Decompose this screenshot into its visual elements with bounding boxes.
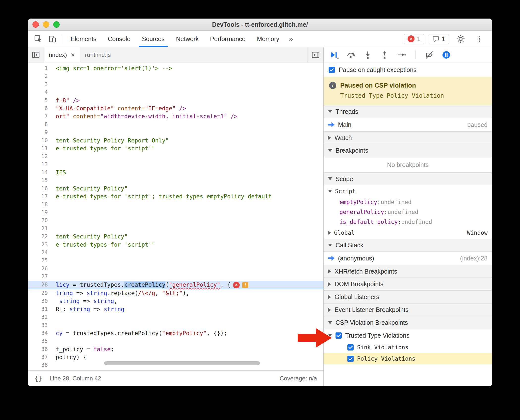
section-header-threads[interactable]: Threads [324, 105, 492, 118]
error-icon[interactable]: × [233, 282, 240, 288]
section-header-event-listener-breakpoints[interactable]: Event Listener Breakpoints [324, 303, 492, 316]
scope-variable[interactable]: is_default_policy: undefined [324, 217, 492, 227]
close-window-button[interactable] [32, 21, 39, 28]
checkbox-trusted-type-violations[interactable] [336, 332, 342, 339]
close-tab-icon[interactable]: × [71, 52, 75, 58]
minimize-window-button[interactable] [43, 21, 49, 28]
line-number[interactable]: 9 [28, 128, 53, 136]
breakpoint-row-sink-violations[interactable]: Sink Violations [324, 342, 492, 353]
section-header-xhr-fetch-breakpoints[interactable]: XHR/fetch Breakpoints [324, 265, 492, 278]
code-token: tent-Security-Policy" [56, 233, 128, 240]
line-number[interactable]: 37 [28, 353, 53, 361]
line-number[interactable]: 10 [28, 137, 53, 144]
checkbox-sink-violations[interactable] [347, 344, 354, 350]
panel-tab-console[interactable]: Console [102, 31, 136, 47]
line-number[interactable]: 16 [28, 185, 53, 192]
line-number[interactable]: 19 [28, 209, 53, 216]
thread-row-main[interactable]: Mainpaused [324, 118, 492, 131]
line-number[interactable]: 20 [28, 216, 53, 224]
panel-tab-more[interactable]: » [285, 31, 297, 47]
scope-variable[interactable]: generalPolicy: undefined [324, 207, 492, 217]
error-badge[interactable]: × 1 [404, 34, 424, 44]
traffic-lights [32, 19, 60, 30]
section-header-global-listeners[interactable]: Global Listeners [324, 291, 492, 303]
section-header-scope[interactable]: Scope [324, 172, 492, 185]
pretty-print-button[interactable]: {} [34, 375, 42, 382]
section-header-dom-breakpoints[interactable]: DOM Breakpoints [324, 278, 492, 291]
line-number[interactable]: 26 [28, 265, 53, 273]
resume-button[interactable] [329, 49, 339, 60]
warning-icon[interactable]: ! [242, 282, 248, 288]
line-number[interactable]: 21 [28, 225, 53, 233]
step-button[interactable] [396, 49, 407, 60]
line-number[interactable]: 30 [28, 297, 53, 305]
section-header-breakpoints[interactable]: Breakpoints [324, 144, 492, 157]
device-toolbar-icon[interactable] [45, 32, 60, 46]
panel-tab-memory[interactable]: Memory [251, 31, 285, 47]
pause-on-caught-checkbox[interactable] [329, 67, 335, 73]
file-tab-runtime-js[interactable]: runtime.js [80, 47, 116, 63]
code-line: 37policy) { [28, 353, 323, 361]
line-number[interactable]: 12 [28, 152, 53, 160]
line-number[interactable]: 29 [28, 289, 53, 297]
scope-group-script[interactable]: Script [324, 185, 492, 197]
line-number[interactable]: 6 [28, 104, 53, 112]
step-into-button[interactable] [362, 49, 373, 60]
line-number[interactable]: 24 [28, 249, 53, 257]
panel-tab-performance[interactable]: Performance [204, 31, 251, 47]
breakpoint-row-policy-violations[interactable]: Policy Violations [324, 353, 492, 364]
code-token: content= [73, 113, 100, 119]
code-line-text [53, 249, 323, 257]
editor-pane-toggle-icon[interactable] [308, 47, 323, 63]
line-number[interactable]: 14 [28, 168, 53, 176]
line-number[interactable]: 27 [28, 273, 53, 280]
line-number[interactable]: 23 [28, 241, 53, 249]
line-number[interactable]: 28 [28, 281, 53, 289]
line-number[interactable]: 25 [28, 257, 53, 264]
step-out-button[interactable] [379, 49, 390, 60]
line-number[interactable]: 2 [28, 72, 53, 80]
line-number[interactable]: 38 [28, 361, 53, 369]
code-editor[interactable]: 1<img src=1 onerror='alert(1)'> -->2345f… [28, 63, 323, 370]
line-number[interactable]: 13 [28, 161, 53, 168]
line-number[interactable]: 5 [28, 96, 53, 104]
line-number[interactable]: 17 [28, 192, 53, 200]
line-number[interactable]: 34 [28, 329, 53, 337]
inspect-icon[interactable] [31, 32, 45, 46]
section-header-watch[interactable]: Watch [324, 131, 492, 144]
step-over-button[interactable] [345, 49, 356, 60]
line-number[interactable]: 8 [28, 120, 53, 128]
panel-tab-sources[interactable]: Sources [136, 31, 170, 47]
callstack-frame[interactable]: (anonymous)(index):28 [324, 252, 492, 265]
panel-tab-network[interactable]: Network [170, 31, 205, 47]
line-number[interactable]: 32 [28, 313, 53, 321]
message-badge[interactable]: 1 [429, 34, 449, 44]
line-number[interactable]: 7 [28, 112, 53, 120]
navigator-toggle-icon[interactable] [28, 47, 44, 63]
zoom-window-button[interactable] [53, 21, 60, 28]
more-options-icon[interactable] [472, 32, 487, 46]
horizontal-scrollbar[interactable] [104, 361, 260, 365]
line-number[interactable]: 4 [28, 88, 53, 96]
line-number[interactable]: 3 [28, 80, 53, 88]
scope-variable[interactable]: emptyPolicy: undefined [324, 197, 492, 207]
pause-on-exceptions-button[interactable] [441, 49, 452, 60]
line-number[interactable]: 22 [28, 233, 53, 240]
line-number[interactable]: 31 [28, 305, 53, 313]
line-number[interactable]: 11 [28, 144, 53, 152]
section-header-call-stack[interactable]: Call Stack [324, 239, 492, 252]
line-number[interactable]: 33 [28, 321, 53, 329]
deactivate-breakpoints-button[interactable] [424, 49, 435, 60]
scope-group-global[interactable]: GlobalWindow [324, 227, 492, 239]
checkbox-policy-violations[interactable] [347, 356, 354, 362]
line-number[interactable]: 1 [28, 64, 53, 72]
breakpoint-row-trusted-type-violations[interactable]: Trusted Type Violations [324, 329, 492, 342]
line-number[interactable]: 18 [28, 201, 53, 209]
section-header-csp-violation-breakpoints[interactable]: CSP Violation Breakpoints [324, 316, 492, 329]
settings-gear-icon[interactable] [453, 32, 468, 46]
line-number[interactable]: 15 [28, 176, 53, 184]
panel-tab-elements[interactable]: Elements [65, 31, 102, 47]
file-tab-index[interactable]: (index)× [44, 47, 80, 63]
line-number[interactable]: 36 [28, 345, 53, 353]
line-number[interactable]: 35 [28, 337, 53, 345]
